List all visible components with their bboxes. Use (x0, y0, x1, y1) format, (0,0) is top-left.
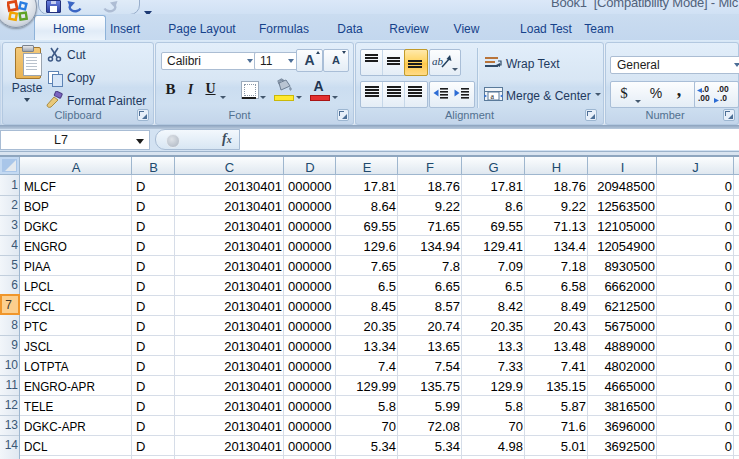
svg-text:a: a (491, 92, 495, 101)
svg-text:ab: ab (432, 55, 444, 67)
svg-text:.00: .00 (698, 93, 710, 103)
svg-text:.0: .0 (720, 93, 727, 103)
